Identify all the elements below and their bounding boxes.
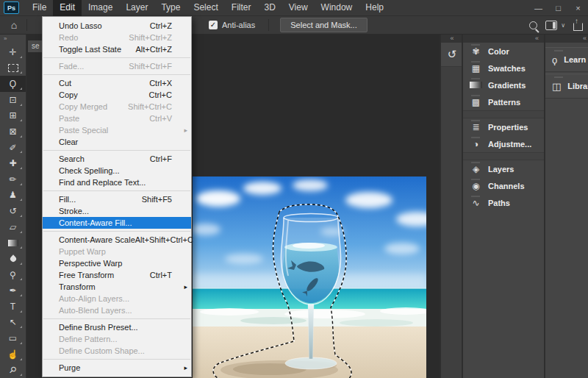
menu-item[interactable]: Content-Aware Scale Alt+Shift+Ctrl+C ▸ xyxy=(43,234,191,246)
history-panel-button[interactable]: ↺ xyxy=(441,43,463,67)
dock-collapse-header[interactable]: « xyxy=(463,35,544,43)
home-icon[interactable]: ⌂ xyxy=(5,18,23,32)
frame-tool[interactable]: ⊠ xyxy=(0,124,26,140)
workspace-switcher-icon[interactable] xyxy=(545,21,557,30)
hand-tool[interactable]: ☝ xyxy=(0,346,26,363)
menu-item[interactable]: Purge ▸ xyxy=(43,362,191,374)
zoom-tool[interactable]: ⚲ xyxy=(0,363,26,378)
brush-tool[interactable]: ✏ xyxy=(0,171,26,188)
eraser-tool[interactable]: ▱ xyxy=(0,219,26,235)
tool-icon: ⚲ xyxy=(10,270,16,280)
menu-filter[interactable]: Filter xyxy=(225,0,258,16)
menu-item[interactable]: Fade... Shift+Ctrl+F ▸ xyxy=(43,60,191,72)
select-and-mask-button[interactable]: Select and Mask... xyxy=(280,18,368,32)
close-button[interactable]: × xyxy=(568,0,588,16)
dock-collapse-header[interactable]: « xyxy=(441,35,463,43)
dodge-tool[interactable]: ⚲ xyxy=(0,267,26,283)
minimize-button[interactable]: — xyxy=(528,0,548,16)
maximize-button[interactable]: □ xyxy=(548,0,568,16)
menu-item[interactable]: Copy Merged Shift+Ctrl+C ▸ xyxy=(43,101,191,113)
menu-item[interactable]: Auto-Blend Layers... ▸ xyxy=(43,304,191,316)
blur-tool[interactable] xyxy=(0,251,26,267)
panel-tab-patterns[interactable]: ▩ Patterns xyxy=(463,93,544,110)
menu-view[interactable]: View xyxy=(282,0,315,16)
menu-item[interactable]: Transform ▸ xyxy=(43,281,191,293)
menu-item[interactable]: Cut Ctrl+X ▸ xyxy=(43,77,191,89)
panel-tab-color[interactable]: ✾ Color xyxy=(463,43,544,60)
panel-tab-channels[interactable]: ◉ Channels xyxy=(463,177,544,194)
path-selection-tool[interactable]: ↖ xyxy=(0,315,26,331)
menu-item[interactable]: Auto-Align Layers... ▸ xyxy=(43,293,191,304)
anti-alias-label: Anti-alias xyxy=(222,21,255,29)
menu-item-content-aware-fill[interactable]: Content-Aware Fill... ▸ xyxy=(43,217,191,229)
menu-item[interactable]: Free Transform Ctrl+T ▸ xyxy=(43,269,191,281)
menu-item[interactable]: Check Spelling... ▸ xyxy=(43,165,191,176)
move-tool[interactable]: ✛ xyxy=(0,44,26,60)
menu-image[interactable]: Image xyxy=(82,0,119,16)
gradient-tool[interactable] xyxy=(0,235,26,252)
panel-tab-libraries[interactable]: ◫ Librari... xyxy=(545,74,588,99)
toolbar-collapse-icon[interactable]: » xyxy=(0,35,26,44)
menu-layer[interactable]: Layer xyxy=(119,0,154,16)
tool-icon: ⊡ xyxy=(9,95,16,105)
shortcut-label: Ctrl+V xyxy=(149,114,182,123)
anti-alias-checkbox[interactable]: ✓ xyxy=(209,21,218,29)
menu-item[interactable]: Paste Ctrl+V ▸ xyxy=(43,113,191,124)
menu-item[interactable]: Stroke... ▸ xyxy=(43,205,191,217)
menu-item[interactable]: Define Pattern... ▸ xyxy=(43,333,191,345)
menu-file[interactable]: File xyxy=(26,0,53,16)
type-tool[interactable]: T xyxy=(0,299,26,315)
menu-select[interactable]: Select xyxy=(187,0,224,16)
menu-item[interactable]: Undo Lasso Ctrl+Z ▸ xyxy=(43,20,191,32)
tool-icon: ⊞ xyxy=(9,110,16,121)
tool-icon: ▱ xyxy=(10,222,16,232)
panel-tab-gradients[interactable]: Gradients xyxy=(463,76,544,93)
learn-dock: « ϙ Learn ◫ Librari... xyxy=(544,35,588,378)
panel-icon: ◫ xyxy=(552,81,561,92)
panel-tab-layers[interactable]: ◈ Layers xyxy=(463,160,544,177)
menu-item[interactable]: Puppet Warp ▸ xyxy=(43,246,191,257)
menubar: Ps File Edit Image Layer Type Select xyxy=(0,0,588,16)
clone-stamp-tool[interactable]: ♟ xyxy=(0,188,26,204)
search-icon[interactable] xyxy=(529,21,537,29)
lasso-tool[interactable]: Ϙ xyxy=(0,76,26,92)
menu-item[interactable]: Copy Ctrl+C ▸ xyxy=(43,89,191,101)
document-tab[interactable]: se xyxy=(28,40,43,52)
menu-item[interactable]: Perspective Warp ▸ xyxy=(43,257,191,269)
healing-brush-tool[interactable]: ✚ xyxy=(0,155,26,171)
chevron-down-icon[interactable]: ∨ xyxy=(561,22,565,29)
menu-help[interactable]: Help xyxy=(359,0,390,16)
share-icon[interactable]: ↑ xyxy=(573,23,583,31)
panel-tab-learn[interactable]: ϙ Learn xyxy=(545,47,588,72)
menu-item[interactable]: Define Custom Shape... ▸ xyxy=(43,345,191,357)
menu-item[interactable]: Toggle Last State Alt+Ctrl+Z ▸ xyxy=(43,43,191,55)
object-selection-tool[interactable]: ⊡ xyxy=(0,92,26,108)
eyedropper-tool[interactable]: ✐ xyxy=(0,140,26,156)
menu-item[interactable]: Redo Shift+Ctrl+Z ▸ xyxy=(43,32,191,43)
history-brush-tool[interactable]: ↺ xyxy=(0,203,26,219)
crop-tool[interactable]: ⊞ xyxy=(0,108,26,124)
menu-item: ▸ xyxy=(43,359,190,360)
menu-item[interactable]: Search Ctrl+F ▸ xyxy=(43,153,191,165)
panel-tab-paths[interactable]: ∿ Paths xyxy=(463,194,544,211)
menu-item[interactable]: Fill... Shift+F5 ▸ xyxy=(43,193,191,205)
menu-item[interactable]: Paste Special ▸ xyxy=(43,124,191,136)
menu-item[interactable]: Clear ▸ xyxy=(43,136,191,148)
rectangle-tool[interactable]: ▭ xyxy=(0,330,26,346)
panel-tab-properties[interactable]: ≣ Properties xyxy=(463,118,544,135)
panel-tab-swatches[interactable]: ▦ Swatches xyxy=(463,60,544,76)
dock-collapse-header[interactable]: « xyxy=(545,35,588,43)
menu-3d[interactable]: 3D xyxy=(257,0,282,16)
submenu-arrow-icon: ▸ xyxy=(182,126,187,134)
menu-type[interactable]: Type xyxy=(154,0,187,16)
menu-item[interactable]: Define Brush Preset... ▸ xyxy=(43,321,191,333)
tool-icon: ↺ xyxy=(9,206,16,216)
beach-photo xyxy=(193,176,426,378)
menu-window[interactable]: Window xyxy=(315,0,359,16)
menu-item[interactable]: Find and Replace Text... ▸ xyxy=(43,176,191,188)
panel-tab-adjustments[interactable]: ◑ Adjustme... xyxy=(463,135,544,152)
marquee-tool[interactable] xyxy=(0,60,26,76)
menu-edit[interactable]: Edit xyxy=(53,0,82,16)
pen-tool[interactable]: ✒ xyxy=(0,282,26,299)
tool-icon: ✒ xyxy=(9,285,16,296)
